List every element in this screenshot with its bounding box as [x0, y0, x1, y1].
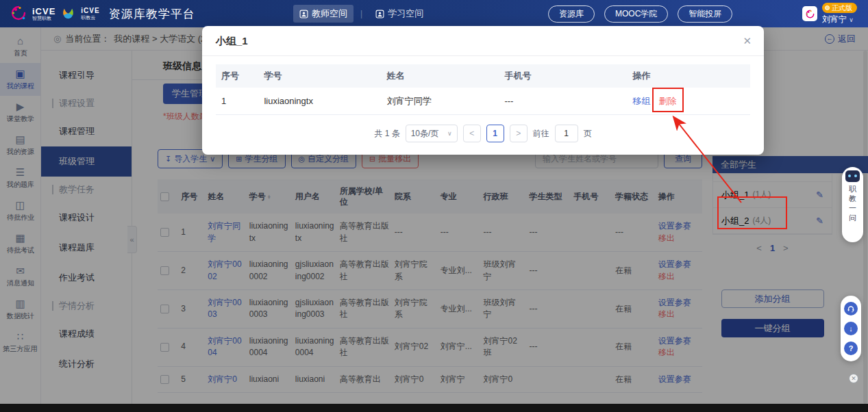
goto-page-input[interactable]: 1 — [555, 125, 578, 142]
modal-member-row: 1 liuxiaoningtx 刘宵宁同学 --- 移组 删除 — [216, 88, 750, 115]
tab-teacher-space[interactable]: 教师空间 — [293, 5, 354, 23]
user-name[interactable]: 刘宵宁 ∨ — [822, 14, 854, 25]
header-quick-links: 资源库MOOC学院智能投屏 — [548, 0, 732, 27]
tab-student-space[interactable]: 学习空间 — [369, 5, 430, 23]
space-tabs: 教师空间|学习空间 — [293, 0, 430, 27]
modal-title: 小组_1 — [216, 35, 248, 47]
help-icon[interactable]: ? — [844, 342, 858, 355]
version-badge: 正式版 — [822, 3, 857, 13]
modal-table-header: 序号学号姓名手机号操作 — [216, 64, 750, 88]
user-avatar[interactable] — [802, 6, 817, 21]
space-tab-label: 教师空间 — [312, 8, 347, 20]
logo2-sub: 职教云 — [81, 15, 99, 20]
chevron-down-icon: ∨ — [447, 130, 452, 137]
member-no: 1 — [216, 96, 258, 106]
member-phone: --- — [499, 96, 627, 106]
goto-suffix: 页 — [584, 128, 592, 140]
robot-icon — [845, 170, 860, 182]
icve-zhijiaoyun-logo-icon — [60, 5, 76, 23]
member-student-id: liuxiaoningtx — [258, 96, 381, 106]
chevron-down-icon: ∨ — [849, 16, 854, 23]
header-link[interactable]: 智能投屏 — [678, 5, 732, 23]
current-page[interactable]: 1 — [486, 125, 504, 142]
modal-column-header: 操作 — [628, 70, 750, 82]
user-area[interactable]: 正式版 刘宵宁 ∨ — [802, 0, 857, 27]
bottom-bar — [0, 404, 868, 412]
modal-column-header: 手机号 — [499, 70, 627, 82]
header-link[interactable]: 资源库 — [548, 5, 595, 23]
assistant-widget[interactable]: 职教一问 — [842, 167, 863, 242]
goto-label: 前往 — [533, 128, 549, 140]
tab-separator: | — [360, 9, 362, 18]
assistant-label: 职教一问 — [849, 184, 856, 222]
total-count: 共 1 条 — [374, 128, 399, 140]
next-page-button[interactable]: > — [510, 125, 528, 142]
modal-pagination: 共 1 条 10条/页∨ < 1 > 前往 1 页 — [216, 125, 750, 142]
move-group-link[interactable]: 移组 — [633, 95, 651, 107]
member-name: 刘宵宁同学 — [382, 95, 499, 107]
space-tab-label: 学习空间 — [388, 8, 423, 20]
top-header: iCVE 智慧职教 iCVE 职教云 资源库教学平台 教师空间|学习空间 资源库… — [0, 0, 868, 27]
group-members-modal: 小组_1 ✕ 序号学号姓名手机号操作 1 liuxiaoningtx 刘宵宁同学… — [202, 26, 764, 155]
brand-area: iCVE 智慧职教 iCVE 职教云 资源库教学平台 — [10, 0, 195, 27]
prev-page-button[interactable]: < — [463, 125, 481, 142]
logo2-name: iCVE — [81, 8, 99, 15]
brand-text-1: iCVE 智慧职教 — [32, 7, 55, 21]
teacher-space-icon — [299, 10, 308, 18]
modal-header: 小组_1 ✕ — [202, 26, 764, 56]
platform-title: 资源库教学平台 — [109, 6, 195, 22]
medal-icon — [825, 5, 830, 10]
modal-column-header: 姓名 — [382, 70, 499, 82]
close-widgets-icon[interactable]: ✕ — [849, 374, 858, 383]
modal-column-header: 学号 — [258, 70, 381, 82]
header-link[interactable]: MOOC学院 — [604, 5, 668, 23]
floating-action-bar: ↓ ? — [841, 296, 861, 361]
modal-column-header: 序号 — [216, 70, 258, 82]
delete-member-link[interactable]: 删除 — [659, 95, 677, 107]
support-icon[interactable] — [844, 302, 858, 316]
logo1-name: iCVE — [32, 7, 55, 16]
download-icon[interactable]: ↓ — [844, 322, 858, 335]
brand-text-2: iCVE 职教云 — [81, 8, 99, 20]
modal-body: 序号学号姓名手机号操作 1 liuxiaoningtx 刘宵宁同学 --- 移组… — [202, 56, 764, 155]
close-icon[interactable]: ✕ — [743, 26, 752, 56]
per-page-select[interactable]: 10条/页∨ — [406, 125, 458, 142]
icve-zhihuizhijiao-logo-icon — [10, 4, 27, 24]
logo1-sub: 智慧职教 — [32, 16, 55, 21]
student-space-icon — [375, 10, 384, 18]
